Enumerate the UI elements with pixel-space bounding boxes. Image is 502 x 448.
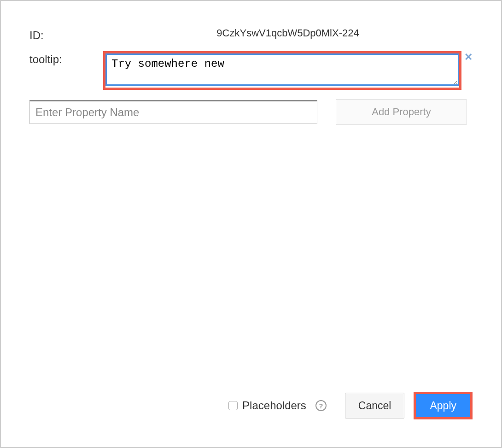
help-icon[interactable]: ?	[315, 400, 327, 411]
id-label: ID:	[29, 27, 103, 42]
apply-button[interactable]: Apply	[416, 394, 470, 417]
dialog-footer: Placeholders ? Cancel Apply	[228, 392, 473, 419]
placeholders-checkbox-wrap[interactable]: Placeholders	[228, 399, 306, 412]
close-icon[interactable]: ✕	[464, 51, 473, 62]
property-name-input[interactable]	[29, 100, 317, 124]
add-property-row: Add Property	[29, 99, 473, 125]
tooltip-highlight-box	[103, 51, 461, 90]
edit-properties-dialog: ID: 9CzkYswV1qcbW5Dp0MlX-224 tooltip: ✕ …	[2, 2, 500, 446]
placeholders-label: Placeholders	[242, 399, 306, 412]
id-value: 9CzkYswV1qcbW5Dp0MlX-224	[103, 27, 473, 39]
tooltip-row: tooltip: ✕	[29, 51, 473, 90]
add-property-button[interactable]: Add Property	[336, 99, 467, 125]
id-row: ID: 9CzkYswV1qcbW5Dp0MlX-224	[29, 27, 473, 42]
placeholders-checkbox[interactable]	[228, 401, 238, 410]
tooltip-textarea[interactable]	[105, 53, 459, 86]
cancel-button[interactable]: Cancel	[345, 393, 405, 419]
apply-highlight-box: Apply	[414, 392, 473, 419]
tooltip-label: tooltip:	[29, 51, 103, 66]
